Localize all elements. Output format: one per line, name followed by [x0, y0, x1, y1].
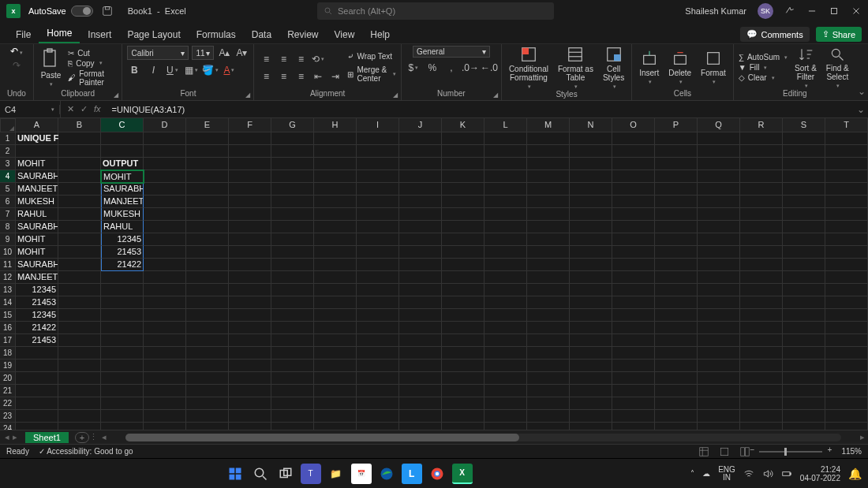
cell[interactable] [527, 145, 570, 158]
cell[interactable] [58, 334, 101, 347]
cell[interactable] [186, 221, 229, 233]
cell[interactable] [527, 322, 570, 334]
cell[interactable] [357, 233, 399, 246]
cell[interactable] [399, 309, 442, 322]
spreadsheet-grid[interactable]: ABCDEFGHIJKLMNOPQRST 1UNIQUE FORMULA :-2… [0, 118, 868, 430]
cell[interactable] [783, 347, 825, 359]
cell[interactable] [655, 183, 698, 196]
row-header[interactable]: 8 [0, 221, 16, 233]
cell[interactable] [740, 284, 783, 296]
cell[interactable] [698, 221, 740, 233]
cell[interactable] [485, 208, 527, 221]
cell[interactable] [101, 372, 144, 385]
cell[interactable] [740, 347, 783, 359]
cell[interactable] [101, 271, 144, 284]
cell[interactable] [399, 246, 442, 259]
comma-icon[interactable]: , [444, 61, 458, 75]
cell[interactable] [229, 246, 271, 259]
cell[interactable] [144, 233, 186, 246]
zoom-slider[interactable] [759, 451, 822, 453]
cell[interactable] [144, 372, 186, 385]
cell[interactable] [612, 208, 655, 221]
cut-button[interactable]: ✂ Cut [68, 49, 117, 58]
column-header[interactable]: L [485, 118, 527, 132]
cell[interactable] [527, 208, 570, 221]
cell[interactable] [740, 322, 783, 334]
cell[interactable] [271, 397, 314, 410]
cell[interactable] [58, 158, 101, 170]
cell[interactable]: MOHIT [16, 233, 58, 246]
cell[interactable] [527, 170, 570, 183]
cell[interactable] [527, 246, 570, 259]
cell[interactable] [612, 259, 655, 271]
cell[interactable] [655, 145, 698, 158]
cell[interactable] [825, 334, 868, 347]
cell[interactable] [655, 221, 698, 233]
cell[interactable] [527, 221, 570, 233]
minimize-icon[interactable] [806, 6, 817, 17]
cell[interactable]: 21453 [16, 334, 58, 347]
cell[interactable] [655, 170, 698, 183]
cell[interactable] [612, 385, 655, 397]
row-header[interactable]: 10 [0, 246, 16, 259]
cell[interactable] [698, 423, 740, 430]
cell[interactable] [655, 271, 698, 284]
cell[interactable] [783, 410, 825, 423]
cell[interactable] [357, 423, 399, 430]
cell[interactable] [186, 334, 229, 347]
cell[interactable] [655, 233, 698, 246]
cell[interactable] [314, 221, 357, 233]
cell[interactable] [485, 221, 527, 233]
column-header[interactable]: P [655, 118, 698, 132]
cell[interactable] [825, 309, 868, 322]
cell[interactable] [229, 347, 271, 359]
cell[interactable] [783, 372, 825, 385]
sheet-next-icon[interactable]: ▸ [13, 432, 17, 442]
collapse-ribbon-icon[interactable]: ⌄ [856, 44, 868, 100]
bold-button[interactable]: B [127, 63, 141, 77]
align-center-icon[interactable]: ≡ [276, 69, 290, 84]
cell[interactable] [399, 372, 442, 385]
cell[interactable] [442, 359, 485, 372]
cell[interactable] [314, 309, 357, 322]
cell[interactable] [612, 233, 655, 246]
cell[interactable] [271, 158, 314, 170]
cell[interactable] [58, 372, 101, 385]
cell[interactable] [698, 385, 740, 397]
cell[interactable] [655, 284, 698, 296]
cell[interactable] [825, 397, 868, 410]
tab-home[interactable]: Home [39, 23, 80, 43]
cell[interactable] [357, 284, 399, 296]
cell[interactable] [740, 158, 783, 170]
copy-button[interactable]: ⎘ Copy ▾ [68, 59, 117, 68]
column-header[interactable]: C [101, 118, 144, 132]
cell[interactable] [783, 145, 825, 158]
cell[interactable] [144, 410, 186, 423]
notifications-icon[interactable]: 🔔 [848, 468, 862, 480]
border-button[interactable]: ▦▾ [184, 63, 198, 77]
cell[interactable] [271, 296, 314, 309]
accessibility-status[interactable]: ✓ Accessibility: Good to go [39, 447, 133, 456]
cell[interactable] [783, 334, 825, 347]
cell[interactable] [485, 271, 527, 284]
cell[interactable] [698, 183, 740, 196]
cell[interactable] [314, 196, 357, 208]
cell[interactable] [271, 284, 314, 296]
cell[interactable] [229, 233, 271, 246]
cell[interactable] [442, 271, 485, 284]
share-button[interactable]: ⇪ Share [816, 27, 862, 42]
redo-button[interactable]: ↷ [13, 60, 21, 71]
row-header[interactable]: 16 [0, 322, 16, 334]
cell[interactable]: MANJEET [16, 183, 58, 196]
column-header[interactable]: B [58, 118, 101, 132]
cell[interactable] [357, 334, 399, 347]
conditional-formatting-button[interactable]: Conditional Formatting▾ [507, 46, 551, 90]
cell[interactable] [357, 372, 399, 385]
cell[interactable] [357, 259, 399, 271]
fx-icon[interactable]: fx [94, 104, 101, 114]
cell[interactable] [58, 397, 101, 410]
cell[interactable] [740, 183, 783, 196]
cell[interactable] [527, 385, 570, 397]
cell[interactable] [698, 397, 740, 410]
cell[interactable] [655, 196, 698, 208]
